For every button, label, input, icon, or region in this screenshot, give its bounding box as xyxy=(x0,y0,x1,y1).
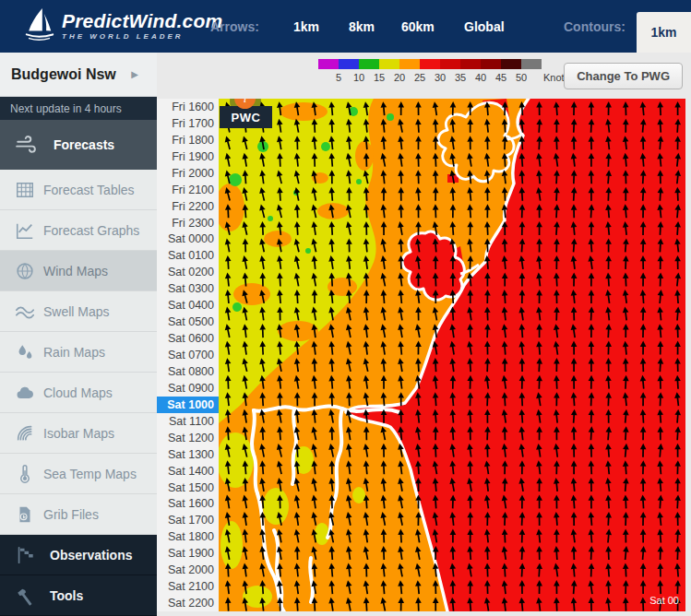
update-notice: Next update in 4 hours xyxy=(0,97,157,120)
sidebar-item-label: Swell Maps xyxy=(43,304,110,319)
time-step-sat-0300[interactable]: Sat 0300 xyxy=(157,280,219,297)
sidebar-item-label: Tools xyxy=(50,588,83,603)
legend-color-segment xyxy=(440,59,460,69)
time-step-fri-2300[interactable]: Fri 2300 xyxy=(157,215,219,231)
map-timestamp: Sat 00 xyxy=(649,595,679,606)
time-step-sat-1600[interactable]: Sat 1600 xyxy=(157,496,219,513)
time-step-sat-1500[interactable]: Sat 1500 xyxy=(157,480,219,496)
legend-tick-label: 10 xyxy=(353,72,364,83)
time-step-sat-1200[interactable]: Sat 1200 xyxy=(157,430,219,446)
graph-icon xyxy=(15,220,35,241)
time-step-sat-1400[interactable]: Sat 1400 xyxy=(157,463,219,480)
legend-color-segment xyxy=(460,59,481,69)
time-step-fri-2200[interactable]: Fri 2200 xyxy=(157,198,219,215)
sidebar-item-rain-maps[interactable]: Rain Maps xyxy=(0,332,157,373)
sidebar-item-swell-maps[interactable]: Swell Maps xyxy=(0,291,157,332)
time-step-sat-1700[interactable]: Sat 1700 xyxy=(157,512,219,528)
legend-tick-label: 50 xyxy=(516,72,527,83)
time-step-sat-2200[interactable]: Sat 2200 xyxy=(157,595,219,611)
sidebar: Budgewoi Nsw ▶ Next update in 4 hours Fo… xyxy=(0,53,157,616)
arrows-option-1km[interactable]: 1km xyxy=(293,0,319,53)
thermometer-icon xyxy=(15,464,35,484)
time-step-sat-1100[interactable]: Sat 1100 xyxy=(157,413,219,430)
sidebar-item-grib-files[interactable]: Grib Files xyxy=(0,494,157,535)
sidebar-item-isobar-maps[interactable]: Isobar Maps xyxy=(0,413,157,454)
wind-speed-legend xyxy=(318,59,542,69)
marker-label: PWC xyxy=(220,106,272,128)
legend-color-segment xyxy=(501,59,521,69)
sidebar-item-observations[interactable]: Observations xyxy=(0,535,157,575)
time-step-sat-0000[interactable]: Sat 0000 xyxy=(157,231,219,248)
legend-color-segment xyxy=(339,59,359,69)
time-step-sat-2100[interactable]: Sat 2100 xyxy=(157,578,219,595)
sidebar-item-label: Forecasts xyxy=(54,137,114,152)
arrows-option-60km[interactable]: 60km xyxy=(401,0,435,53)
sidebar-item-tools[interactable]: Tools xyxy=(0,575,157,616)
predictwind-logo[interactable]: PredictWind.com THE WORLD LEADER xyxy=(24,6,222,43)
legend-tick-label: 5 xyxy=(336,72,341,83)
time-step-sat-0200[interactable]: Sat 0200 xyxy=(157,264,219,280)
change-to-pwg-button[interactable]: Change To PWG xyxy=(564,63,683,89)
sidebar-item-cloud-maps[interactable]: Cloud Maps xyxy=(0,373,157,413)
legend-tick-label: 20 xyxy=(394,72,405,83)
isobar-icon xyxy=(15,423,35,444)
time-list: Fri 1600Fri 1700Fri 1800Fri 1900Fri 2000… xyxy=(157,99,219,611)
time-step-fri-1900[interactable]: Fri 1900 xyxy=(157,148,219,165)
arrows-option-global[interactable]: Global xyxy=(464,0,505,53)
sidebar-item-forecast-graphs[interactable]: Forecast Graphs xyxy=(0,210,157,251)
time-step-sat-0500[interactable]: Sat 0500 xyxy=(157,314,219,330)
time-step-sat-1800[interactable]: Sat 1800 xyxy=(157,528,219,545)
time-step-sat-0600[interactable]: Sat 0600 xyxy=(157,330,219,347)
table-icon xyxy=(15,180,35,200)
legend-tick-label: 45 xyxy=(495,72,506,83)
time-step-fri-2100[interactable]: Fri 2100 xyxy=(157,182,219,198)
location-selector[interactable]: Budgewoi Nsw ▶ xyxy=(0,53,157,97)
contours-label: Contours: xyxy=(564,0,625,53)
time-step-sat-0700[interactable]: Sat 0700 xyxy=(157,347,219,363)
wind-map-canvas[interactable]: Sat 00 PWC i xyxy=(219,99,685,611)
legend-color-segment xyxy=(521,59,542,69)
sidebar-item-label: Forecast Tables xyxy=(43,183,135,197)
sidebar-item-label: Grib Files xyxy=(43,507,99,522)
hammer-icon xyxy=(15,586,35,606)
legend-color-segment xyxy=(359,59,379,69)
sidebar-item-sea-temp-maps[interactable]: Sea Temp Maps xyxy=(0,454,157,494)
legend-tick-label: 30 xyxy=(435,72,446,83)
sidebar-item-label: Observations xyxy=(50,548,132,563)
arrows-option-8km[interactable]: 8km xyxy=(349,0,375,53)
time-step-sat-0100[interactable]: Sat 0100 xyxy=(157,247,219,264)
sidebar-item-forecasts[interactable]: Forecasts xyxy=(0,120,157,170)
wind-icon xyxy=(15,133,39,157)
arrows-label: Arrows: xyxy=(210,0,259,53)
legend-tick-label: 25 xyxy=(414,72,425,83)
time-step-fri-1700[interactable]: Fri 1700 xyxy=(157,115,219,132)
sidebar-item-label: Forecast Graphs xyxy=(43,223,139,238)
contours-selected-tab[interactable]: 1km xyxy=(637,12,691,53)
file-icon xyxy=(15,504,35,525)
map-toolbar: 5101520253035404550 Knots Change To PWG xyxy=(219,53,691,99)
legend-color-segment xyxy=(420,59,440,69)
legend-color-segment xyxy=(399,59,420,69)
sidebar-item-label: Wind Maps xyxy=(43,264,108,278)
time-step-sat-1000[interactable]: Sat 1000 xyxy=(157,397,219,413)
raindrops-icon xyxy=(15,342,35,362)
time-step-sat-0800[interactable]: Sat 0800 xyxy=(157,363,219,380)
time-step-fri-2000[interactable]: Fri 2000 xyxy=(157,165,219,182)
time-step-sat-0400[interactable]: Sat 0400 xyxy=(157,297,219,314)
time-step-sat-1900[interactable]: Sat 1900 xyxy=(157,545,219,562)
sidebar-menu: ForecastsForecast TablesForecast GraphsW… xyxy=(0,120,157,616)
sidebar-item-forecast-tables[interactable]: Forecast Tables xyxy=(0,170,157,210)
time-step-fri-1800[interactable]: Fri 1800 xyxy=(157,132,219,148)
time-column: Fri 1600Fri 1700Fri 1800Fri 1900Fri 2000… xyxy=(157,53,219,616)
sidebar-item-wind-maps[interactable]: Wind Maps xyxy=(0,251,157,291)
time-step-sat-2000[interactable]: Sat 2000 xyxy=(157,562,219,578)
sidebar-item-label: Cloud Maps xyxy=(43,385,113,400)
sidebar-item-label: Isobar Maps xyxy=(43,426,114,441)
sidebar-item-label: Sea Temp Maps xyxy=(43,467,137,481)
time-step-sat-1300[interactable]: Sat 1300 xyxy=(157,446,219,463)
waves-icon xyxy=(15,302,35,322)
legend-tick-label: 35 xyxy=(455,72,466,83)
time-step-sat-0900[interactable]: Sat 0900 xyxy=(157,380,219,397)
time-step-fri-1600[interactable]: Fri 1600 xyxy=(157,99,219,115)
logo-tagline: THE WORLD LEADER xyxy=(62,32,222,41)
